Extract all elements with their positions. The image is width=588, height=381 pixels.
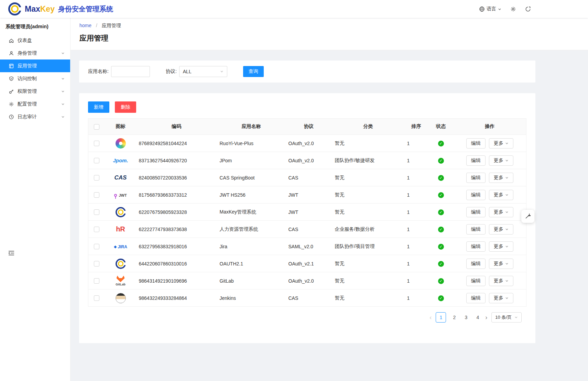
status-ok-icon: ✓ bbox=[438, 192, 444, 198]
app-name: Jenkins bbox=[217, 290, 286, 307]
sidebar-item-apps[interactable]: 应用管理 bbox=[0, 59, 70, 72]
edit-button[interactable]: 编辑 bbox=[466, 173, 486, 183]
edit-button[interactable]: 编辑 bbox=[466, 293, 486, 303]
app-sort: 1 bbox=[404, 204, 428, 221]
add-button[interactable]: 新增 bbox=[88, 101, 109, 113]
app-protocol: OAuth_v2.0 bbox=[286, 135, 332, 152]
app-category: 暂无 bbox=[332, 255, 404, 272]
status-ok-icon: ✓ bbox=[438, 244, 444, 250]
sidebar-item-identity[interactable]: 身份管理 bbox=[0, 47, 70, 59]
app-name: Jira bbox=[217, 238, 286, 255]
settings-gear-icon[interactable] bbox=[510, 6, 516, 12]
breadcrumb-home-link[interactable]: home bbox=[79, 23, 91, 28]
page-button-1[interactable]: 1 bbox=[436, 312, 446, 323]
app-protocol: CAS bbox=[286, 169, 332, 186]
table-toolbar: 新增 删除 bbox=[88, 101, 526, 113]
sidebar-item-dashboard[interactable]: 仪表盘 bbox=[0, 34, 70, 47]
row-checkbox[interactable] bbox=[94, 261, 99, 266]
more-button[interactable]: 更多 bbox=[489, 241, 513, 252]
row-checkbox[interactable] bbox=[94, 192, 99, 198]
sidebar-item-access[interactable]: 访问控制 bbox=[0, 72, 70, 85]
next-page-button[interactable]: › bbox=[485, 314, 487, 320]
permission-icon bbox=[9, 89, 14, 94]
row-checkbox[interactable] bbox=[94, 141, 99, 146]
sidebar-item-config[interactable]: 配置管理 bbox=[0, 98, 70, 110]
logout-icon[interactable] bbox=[525, 6, 531, 12]
chevron-down-icon bbox=[61, 52, 65, 55]
sidebar-item-label: 权限管理 bbox=[18, 88, 37, 95]
edit-button[interactable]: 编辑 bbox=[466, 155, 486, 166]
pagination: ‹ 1234 › 10 条/页 bbox=[88, 312, 526, 323]
sidebar-item-label: 应用管理 bbox=[18, 63, 37, 69]
app-name: JPom bbox=[217, 152, 286, 169]
sidebar-item-permission[interactable]: 权限管理 bbox=[0, 85, 70, 98]
identity-icon bbox=[9, 51, 14, 56]
page-button-3[interactable]: 3 bbox=[462, 315, 469, 320]
app-code: 644220607860310016 bbox=[136, 255, 217, 272]
edit-button[interactable]: 编辑 bbox=[466, 276, 486, 286]
chevron-down-icon bbox=[61, 77, 65, 80]
app-code: 837136275440926720 bbox=[136, 152, 217, 169]
sidebar-item-label: 日志审计 bbox=[18, 114, 37, 120]
app-sort: 1 bbox=[404, 186, 428, 204]
app-sort: 1 bbox=[404, 255, 428, 272]
row-checkbox[interactable] bbox=[94, 175, 99, 181]
column-header: 协议 bbox=[286, 119, 332, 135]
edit-button[interactable]: 编辑 bbox=[466, 241, 486, 252]
row-checkbox[interactable] bbox=[94, 295, 99, 301]
row-checkbox[interactable] bbox=[94, 158, 99, 163]
row-checkbox[interactable] bbox=[94, 227, 99, 232]
edit-button[interactable]: 编辑 bbox=[466, 207, 486, 217]
more-button[interactable]: 更多 bbox=[489, 224, 513, 235]
cas-icon: CAS bbox=[115, 174, 127, 181]
more-button[interactable]: 更多 bbox=[489, 138, 513, 149]
edit-button[interactable]: 编辑 bbox=[466, 224, 486, 235]
more-button[interactable]: 更多 bbox=[489, 207, 513, 217]
maxkey-icon bbox=[116, 259, 126, 269]
prev-page-button[interactable]: ‹ bbox=[429, 314, 432, 320]
brand-key: Key bbox=[40, 4, 55, 14]
table-row: ◆JIRA632279563832918016JiraSAML_v2.0团队协作… bbox=[88, 238, 526, 255]
app-name: MaxKey管理系统 bbox=[217, 204, 286, 221]
edit-button[interactable]: 编辑 bbox=[466, 259, 486, 269]
theme-settings-button[interactable] bbox=[521, 210, 534, 223]
app-name: OAUTH2.1 bbox=[217, 255, 286, 272]
content-area: 应用名称: 协议: ALL 查询 新增 删除 图标编码应用名称协议分类排序状态操… bbox=[70, 50, 588, 343]
row-checkbox[interactable] bbox=[94, 244, 99, 249]
page-size-select[interactable]: 10 条/页 bbox=[491, 312, 522, 323]
brand-max: Max bbox=[25, 4, 40, 14]
more-button[interactable]: 更多 bbox=[489, 276, 513, 286]
more-button[interactable]: 更多 bbox=[489, 259, 513, 269]
config-icon bbox=[9, 101, 14, 107]
page-size-value: 10 条/页 bbox=[495, 314, 512, 320]
search-button[interactable]: 查询 bbox=[243, 66, 264, 77]
sidebar-item-audit[interactable]: 日志审计 bbox=[0, 110, 70, 123]
edit-button[interactable]: 编辑 bbox=[466, 190, 486, 200]
app-name-input[interactable] bbox=[111, 66, 150, 77]
status-ok-icon: ✓ bbox=[438, 209, 444, 215]
chevron-down-icon bbox=[514, 316, 518, 319]
menu-collapse-button[interactable] bbox=[8, 250, 14, 257]
jira-icon: ◆JIRA bbox=[114, 244, 127, 249]
app-category: 暂无 bbox=[332, 135, 404, 152]
app-sort: 1 bbox=[404, 221, 428, 238]
page-button-2[interactable]: 2 bbox=[451, 315, 458, 320]
delete-button[interactable]: 删除 bbox=[115, 101, 136, 113]
table-row: 986432249333284864JenkinsCAS暂无1✓编辑更多 bbox=[88, 290, 526, 307]
jpom-icon: Jpom. bbox=[113, 157, 128, 163]
select-all-checkbox[interactable] bbox=[94, 124, 99, 130]
app-name: JWT HS256 bbox=[217, 186, 286, 204]
more-button[interactable]: 更多 bbox=[489, 293, 513, 303]
edit-button[interactable]: 编辑 bbox=[466, 138, 486, 149]
language-selector[interactable]: 语言 bbox=[479, 6, 501, 12]
app-protocol: OAuth_v2.1 bbox=[286, 255, 332, 272]
more-button[interactable]: 更多 bbox=[489, 155, 513, 166]
app-sort: 1 bbox=[404, 290, 428, 307]
row-checkbox[interactable] bbox=[94, 209, 99, 215]
page-button-4[interactable]: 4 bbox=[474, 315, 481, 320]
row-checkbox[interactable] bbox=[94, 278, 99, 284]
sidebar-item-label: 仪表盘 bbox=[18, 37, 32, 44]
more-button[interactable]: 更多 bbox=[489, 173, 513, 183]
more-button[interactable]: 更多 bbox=[489, 190, 513, 200]
protocol-select[interactable]: ALL bbox=[179, 66, 227, 77]
